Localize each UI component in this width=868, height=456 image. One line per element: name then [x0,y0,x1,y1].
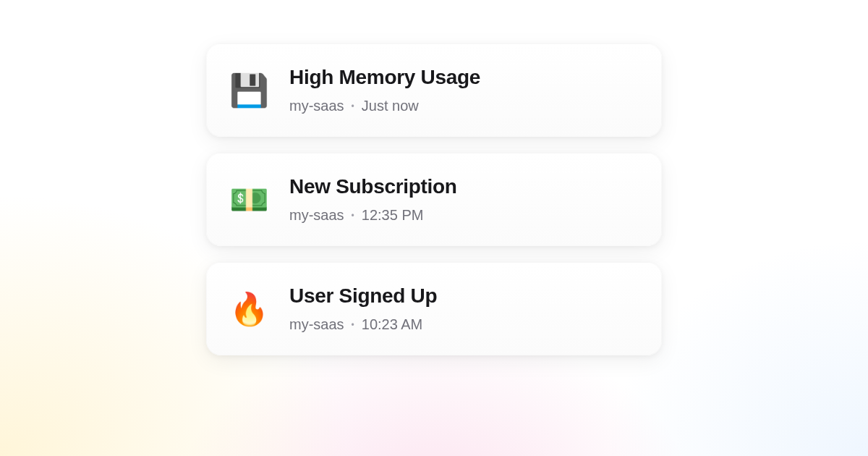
notification-title: New Subscription [289,175,457,198]
notification-title: User Signed Up [289,284,437,308]
notification-meta: my-saas • 10:23 AM [289,316,437,333]
notification-time: Just now [362,98,419,114]
notification-meta: my-saas • Just now [289,98,480,114]
notification-meta: my-saas • 12:35 PM [289,207,457,224]
separator-dot: • [352,101,354,111]
separator-dot: • [352,320,354,330]
notification-card[interactable]: 💾 High Memory Usage my-saas • Just now [206,43,662,137]
notification-content: New Subscription my-saas • 12:35 PM [289,175,457,224]
notification-content: High Memory Usage my-saas • Just now [289,66,480,114]
notification-title: High Memory Usage [289,66,480,89]
notification-time: 10:23 AM [362,316,423,333]
floppy-disk-icon: 💾 [229,70,269,111]
money-icon: 💵 [229,180,269,220]
notification-card[interactable]: 💵 New Subscription my-saas • 12:35 PM [206,153,662,246]
notification-project: my-saas [289,207,344,224]
notification-list: 💾 High Memory Usage my-saas • Just now 💵… [206,43,662,355]
notification-content: User Signed Up my-saas • 10:23 AM [289,284,437,333]
separator-dot: • [352,211,354,221]
notification-project: my-saas [289,98,344,114]
notification-project: my-saas [289,316,344,333]
notification-time: 12:35 PM [362,207,424,224]
notification-card[interactable]: 🔥 User Signed Up my-saas • 10:23 AM [206,262,662,355]
fire-icon: 🔥 [229,289,269,329]
